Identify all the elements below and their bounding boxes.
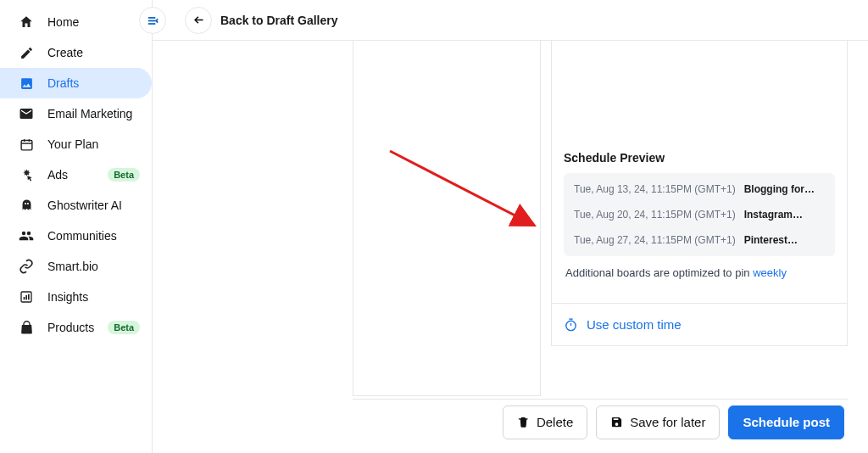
sidebar-label: Home xyxy=(47,15,140,29)
action-bar: Delete Save for later Schedule post xyxy=(353,399,848,445)
sidebar: Home Create Drafts Email Marketing Your … xyxy=(0,0,153,453)
sidebar-label: Your Plan xyxy=(47,137,140,151)
schedule-panel: Schedule Preview Tue, Aug 13, 24, 11:15P… xyxy=(551,41,848,346)
editor-panel xyxy=(353,41,541,396)
stopwatch-icon xyxy=(564,317,578,332)
use-custom-time-button[interactable]: Use custom time xyxy=(552,304,847,345)
back-title: Back to Draft Gallery xyxy=(220,14,338,27)
pencil-icon xyxy=(19,45,34,60)
sidebar-item-smartbio[interactable]: Smart.bio xyxy=(0,251,152,282)
schedule-label: Schedule post xyxy=(743,415,830,429)
schedule-time: Tue, Aug 27, 24, 11:15PM (GMT+1) xyxy=(574,234,736,246)
sidebar-label: Ghostwriter AI xyxy=(47,199,140,212)
sidebar-label: Insights xyxy=(47,290,140,304)
schedule-row: Tue, Aug 13, 24, 11:15PM (GMT+1) Bloggin… xyxy=(564,176,835,202)
calendar-icon xyxy=(19,137,34,152)
schedule-row: Tue, Aug 27, 24, 11:15PM (GMT+1) Pintere… xyxy=(564,227,835,253)
svg-rect-0 xyxy=(21,140,32,149)
sidebar-label: Create xyxy=(47,46,140,59)
save-button[interactable]: Save for later xyxy=(596,405,720,439)
content-area: Schedule Preview Tue, Aug 13, 24, 11:15P… xyxy=(153,41,868,453)
schedule-post-button[interactable]: Schedule post xyxy=(728,405,844,439)
sidebar-item-ghostwriter[interactable]: Ghostwriter AI xyxy=(0,190,152,221)
home-icon xyxy=(19,14,34,30)
save-icon xyxy=(610,416,623,428)
beta-badge: Beta xyxy=(108,168,140,182)
sidebar-item-home[interactable]: Home xyxy=(0,7,152,37)
sidebar-item-drafts[interactable]: Drafts xyxy=(0,68,152,98)
schedule-preview-title: Schedule Preview xyxy=(564,151,835,165)
sidebar-label: Smart.bio xyxy=(47,260,140,273)
optimized-text: Additional boards are optimized to pin xyxy=(565,266,753,279)
sidebar-label: Email Marketing xyxy=(47,107,140,120)
delete-button[interactable]: Delete xyxy=(503,405,587,439)
sidebar-item-ads[interactable]: Ads Beta xyxy=(0,159,152,190)
svg-rect-6 xyxy=(25,295,27,299)
sidebar-item-communities[interactable]: Communities xyxy=(0,221,152,251)
sidebar-item-email[interactable]: Email Marketing xyxy=(0,98,152,129)
sidebar-label: Communities xyxy=(47,229,140,243)
back-button[interactable] xyxy=(185,7,212,34)
schedule-board: Blogging for… xyxy=(744,183,825,195)
sidebar-item-create[interactable]: Create xyxy=(0,37,152,68)
envelope-icon xyxy=(19,106,34,121)
schedule-time: Tue, Aug 13, 24, 11:15PM (GMT+1) xyxy=(574,183,736,195)
svg-rect-7 xyxy=(28,294,30,300)
optimized-note: Additional boards are optimized to pin w… xyxy=(564,256,835,279)
main: Back to Draft Gallery Schedule Preview T… xyxy=(153,0,868,453)
schedule-board: Instagram… xyxy=(744,209,825,221)
topbar: Back to Draft Gallery xyxy=(153,0,868,41)
schedule-time: Tue, Aug 20, 24, 11:15PM (GMT+1) xyxy=(574,209,736,221)
schedule-row: Tue, Aug 20, 24, 11:15PM (GMT+1) Instagr… xyxy=(564,202,835,227)
cursor-click-icon xyxy=(19,167,34,182)
shopping-bag-icon xyxy=(19,320,34,335)
custom-time-label: Use custom time xyxy=(587,317,682,332)
image-icon xyxy=(19,76,34,91)
sidebar-label: Drafts xyxy=(47,76,140,90)
beta-badge: Beta xyxy=(108,321,140,334)
save-label: Save for later xyxy=(630,415,705,429)
bar-chart-icon xyxy=(19,289,34,305)
trash-icon xyxy=(517,416,530,428)
weekly-link[interactable]: weekly xyxy=(753,266,787,279)
svg-rect-5 xyxy=(24,297,25,299)
sidebar-label: Ads xyxy=(47,168,94,182)
sidebar-item-plan[interactable]: Your Plan xyxy=(0,129,152,159)
people-icon xyxy=(19,228,34,243)
schedule-list: Tue, Aug 13, 24, 11:15PM (GMT+1) Bloggin… xyxy=(564,173,835,256)
collapse-sidebar-button[interactable] xyxy=(139,7,166,34)
schedule-board: Pinterest… xyxy=(744,234,825,246)
sidebar-item-insights[interactable]: Insights xyxy=(0,282,152,312)
sidebar-label: Products xyxy=(47,321,94,334)
ghost-icon xyxy=(19,198,34,213)
svg-point-12 xyxy=(566,321,576,330)
delete-label: Delete xyxy=(537,415,573,429)
sidebar-item-products[interactable]: Products Beta xyxy=(0,312,152,343)
link-icon xyxy=(19,259,34,274)
